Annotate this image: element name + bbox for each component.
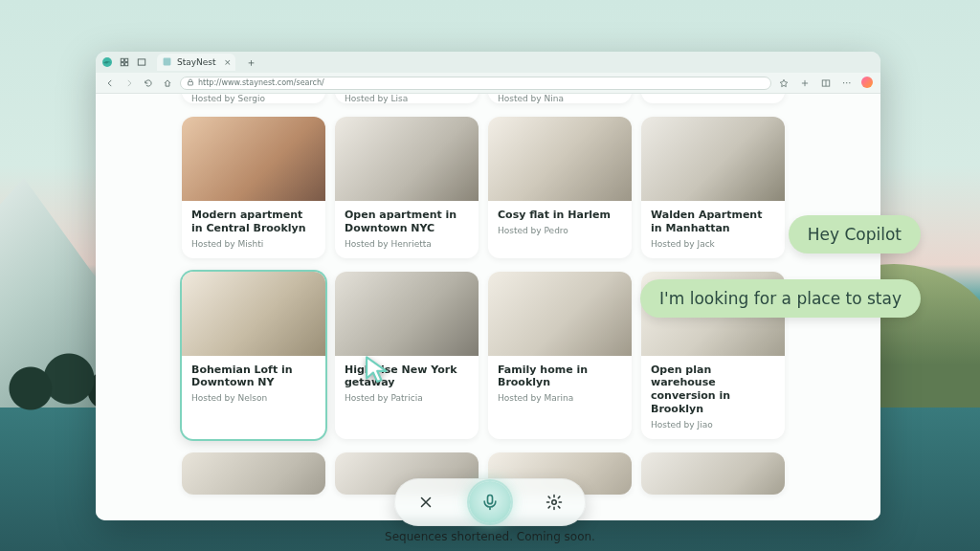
svg-rect-2 [125, 58, 128, 61]
listing-host: Hosted by Marina [498, 393, 622, 403]
listing-card[interactable]: Cosy flat in Harlem Hosted by Pedro [488, 117, 632, 258]
listing-title: Modern apartment in Central Brooklyn [191, 209, 316, 235]
svg-rect-4 [125, 63, 128, 66]
listing-card[interactable]: Lower East Side Hosted by Lisa [335, 94, 479, 103]
browser-tab[interactable]: StayNest × [157, 54, 235, 71]
listing-thumbnail [641, 117, 785, 201]
speech-bubble: I'm looking for a place to stay [640, 279, 921, 318]
refresh-button[interactable] [142, 77, 155, 90]
browser-address-bar: http://www.staynest.com/search/ ⋯ [96, 73, 880, 94]
svg-rect-1 [121, 58, 123, 61]
forward-button[interactable] [122, 77, 136, 90]
listing-host: Hosted by Jiao [651, 420, 775, 430]
listing-title: Bohemian Loft in Downtown NY [191, 364, 316, 390]
voice-mic-button[interactable] [469, 481, 511, 523]
listing-card[interactable]: Hosted by Jack [641, 94, 785, 103]
listing-card[interactable]: Open apartment in Downtown NYC Hosted by… [335, 117, 479, 258]
listing-card[interactable]: Family home in Brooklyn Hosted by Marina [488, 272, 632, 439]
listing-title: Walden Apartment in Manhattan [651, 209, 775, 235]
listing-thumbnail [641, 452, 785, 495]
listing-title: Open apartment in Downtown NYC [345, 209, 469, 235]
tab-favicon-icon [163, 57, 171, 68]
speech-bubble: Hey Copilot [789, 215, 921, 253]
voice-control-pill [394, 478, 586, 526]
listing-thumbnail [182, 452, 325, 495]
svg-rect-5 [138, 59, 145, 65]
voice-settings-button[interactable] [535, 483, 573, 521]
svg-point-10 [552, 500, 557, 505]
listing-card-selected[interactable]: Bohemian Loft in Downtown NY Hosted by N… [182, 272, 325, 439]
listing-host: Hosted by Nina [498, 94, 622, 103]
listing-host: Hosted by Jack [651, 239, 775, 249]
more-icon[interactable]: ⋯ [840, 77, 854, 90]
listing-host: Hosted by Sergio [191, 94, 316, 103]
listing-thumbnail [182, 272, 325, 356]
listing-host: Hosted by Nelson [191, 393, 316, 403]
back-button[interactable] [103, 77, 117, 90]
listing-card[interactable]: High rise New York getaway Hosted by Pat… [335, 272, 479, 439]
listing-host: Hosted by Henrietta [345, 239, 469, 249]
listing-card[interactable]: Manhattan station Hosted by Nina [488, 94, 632, 103]
listing-thumbnail [182, 117, 325, 201]
new-tab-button[interactable]: ＋ [245, 55, 258, 69]
listing-thumbnail [488, 117, 632, 201]
voice-close-button[interactable] [407, 483, 445, 521]
listing-card[interactable]: East Side Hosted by Sergio [182, 94, 325, 103]
listing-card[interactable] [641, 452, 785, 495]
listing-host: Hosted by Lisa [345, 94, 469, 103]
svg-rect-3 [121, 63, 123, 66]
tab-close-icon[interactable]: × [224, 57, 232, 67]
home-button[interactable] [161, 77, 174, 90]
listing-thumbnail [335, 272, 479, 356]
listing-host: Hosted by Pedro [498, 226, 622, 235]
footer-disclaimer: Sequences shortened. Coming soon. [0, 530, 980, 543]
tab-title: StayNest [177, 57, 216, 67]
listing-title: Cosy flat in Harlem [498, 209, 622, 222]
url-text: http://www.staynest.com/search/ [198, 78, 324, 87]
lock-icon [187, 78, 194, 88]
listing-thumbnail [335, 117, 479, 201]
browser-titlebar: StayNest × ＋ [96, 52, 880, 73]
url-input[interactable]: http://www.staynest.com/search/ [180, 77, 771, 90]
svg-rect-7 [189, 81, 193, 85]
listing-card[interactable] [182, 452, 325, 495]
listing-host: Hosted by Patricia [345, 393, 469, 403]
cursor-pointer-icon [362, 354, 394, 386]
listing-card[interactable]: Walden Apartment in Manhattan Hosted by … [641, 117, 785, 258]
edge-logo-icon [101, 56, 113, 68]
listing-thumbnail [488, 272, 632, 356]
favorite-icon[interactable] [777, 77, 791, 90]
collections-icon[interactable] [798, 77, 812, 90]
listing-card[interactable]: Modern apartment in Central Brooklyn Hos… [182, 117, 325, 258]
listing-title: Family home in Brooklyn [498, 364, 622, 390]
svg-rect-6 [164, 57, 171, 65]
profile-avatar[interactable] [861, 77, 873, 88]
svg-rect-9 [487, 496, 492, 504]
split-screen-icon[interactable] [819, 77, 833, 90]
listing-title: Open plan warehouse conversion in Brookl… [651, 364, 775, 416]
speech-text: Hey Copilot [808, 225, 902, 244]
tab-actions-icon[interactable] [136, 56, 147, 68]
workspaces-icon[interactable] [119, 56, 130, 68]
listing-host: Hosted by Mishti [191, 239, 316, 249]
speech-text: I'm looking for a place to stay [659, 289, 902, 308]
